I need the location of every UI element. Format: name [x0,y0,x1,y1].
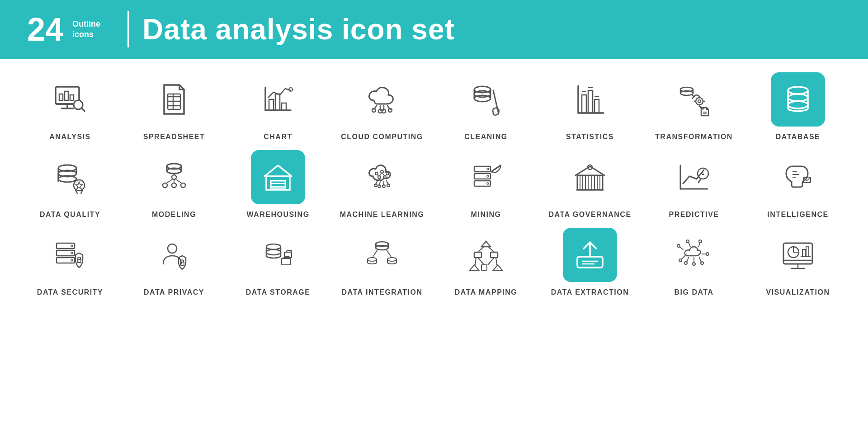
svg-point-145 [266,249,281,255]
svg-rect-111 [474,166,491,172]
svg-point-189 [684,262,687,264]
label-data-integration: DATA INTEGRATION [342,288,423,296]
svg-point-194 [686,240,689,243]
label-modeling: MODELING [152,211,196,219]
icon-item-chart: CHART [233,72,323,141]
label-warehousing: WAREHOUSING [246,211,309,219]
icon-item-machine-learning: MACHINE LEARNING [337,150,427,219]
svg-rect-137 [57,258,75,263]
svg-line-89 [175,179,181,183]
icon-box-cleaning [459,72,513,127]
label-cloud-computing: CLOUD COMPUTING [341,133,423,141]
svg-point-190 [693,263,695,265]
label-mining: MINING [471,211,501,219]
icon-box-modeling [147,150,201,204]
svg-point-109 [382,185,385,188]
label-cleaning: CLEANING [464,133,508,141]
label-data-privacy: DATA PRIVACY [144,288,204,296]
svg-point-84 [172,183,176,188]
svg-line-38 [493,90,499,114]
label-chart: CHART [264,133,292,141]
svg-rect-19 [269,99,274,110]
icon-item-data-mapping: DATA MAPPING [441,228,531,296]
svg-point-60 [788,94,808,101]
svg-point-140 [71,259,73,261]
svg-rect-166 [491,252,498,258]
svg-rect-4 [59,94,63,100]
svg-point-51 [696,98,703,105]
label-data-extraction: DATA EXTRACTION [551,288,629,296]
icon-box-data-privacy [147,228,201,282]
svg-point-27 [372,108,376,112]
svg-point-29 [382,109,386,113]
icon-box-data-storage [251,228,305,282]
svg-point-63 [788,101,808,108]
svg-rect-121 [592,175,594,190]
icon-item-visualization: VISUALIZATION [753,228,843,296]
svg-point-193 [677,244,680,247]
svg-line-180 [681,256,685,259]
icon-box-mining [459,150,513,204]
icon-item-database: DATABASE [753,72,843,141]
icon-item-data-privacy: DATA PRIVACY [129,228,219,296]
icon-item-cleaning: CLEANING [441,72,531,141]
svg-point-83 [163,183,167,188]
icon-box-data-mapping [459,228,513,282]
svg-line-171 [488,247,494,252]
label-database: DATABASE [776,133,821,141]
svg-point-59 [788,87,808,94]
svg-rect-41 [582,95,586,113]
header-left: 24 Outline icons [27,13,100,46]
svg-line-183 [699,258,701,262]
icon-item-predictive: PREDICTIVE [649,150,739,219]
svg-point-144 [266,244,281,249]
svg-point-158 [368,258,377,261]
label-transformation: TRANSFORMATION [655,133,733,141]
svg-rect-176 [577,257,603,268]
icon-box-visualization [771,228,825,282]
svg-line-87 [167,179,173,183]
icon-box-data-integration [355,228,409,282]
icon-box-data-extraction [563,228,617,282]
icon-box-data-security [43,228,97,282]
icon-item-statistics: STATISTICS [545,72,635,141]
svg-point-30 [388,108,392,112]
label-data-governance: DATA GOVERNANCE [548,211,631,219]
svg-rect-165 [474,252,481,258]
svg-point-188 [679,259,682,262]
icon-box-statistics [563,72,617,127]
svg-rect-20 [275,94,280,110]
svg-line-156 [373,250,377,257]
header-outline-text: Outline icons [72,19,100,40]
svg-line-8 [81,108,85,111]
svg-rect-112 [474,174,491,179]
icon-box-analysis [43,72,97,127]
icon-box-chart [251,72,305,127]
svg-rect-119 [580,175,583,190]
svg-marker-75 [75,182,83,189]
svg-rect-150 [282,258,291,265]
svg-rect-136 [57,250,75,256]
svg-point-142 [168,244,177,253]
label-intelligence: INTELLIGENCE [767,211,828,219]
icon-item-data-governance: DATA GOVERNANCE [545,150,635,219]
svg-line-101 [382,173,385,176]
page-title: Data analysis icon set [142,13,455,46]
icon-item-data-integration: DATA INTEGRATION [337,228,427,296]
svg-line-170 [478,247,484,252]
icon-row-2: DATA QUALITY [18,150,850,219]
svg-point-85 [181,183,185,188]
svg-marker-169 [493,265,502,270]
svg-point-107 [374,184,377,187]
svg-line-186 [689,242,690,247]
svg-rect-21 [282,103,286,110]
header: 24 Outline icons Data analysis icon set [0,0,868,59]
svg-point-195 [699,240,702,243]
svg-rect-120 [585,175,588,190]
icon-box-predictive [667,150,721,204]
icon-box-warehousing [251,150,305,204]
icon-item-data-storage: DATA STORAGE [233,228,323,296]
svg-point-52 [698,100,701,103]
icon-box-spreadsheet [147,72,201,127]
label-data-quality: DATA QUALITY [40,211,100,219]
